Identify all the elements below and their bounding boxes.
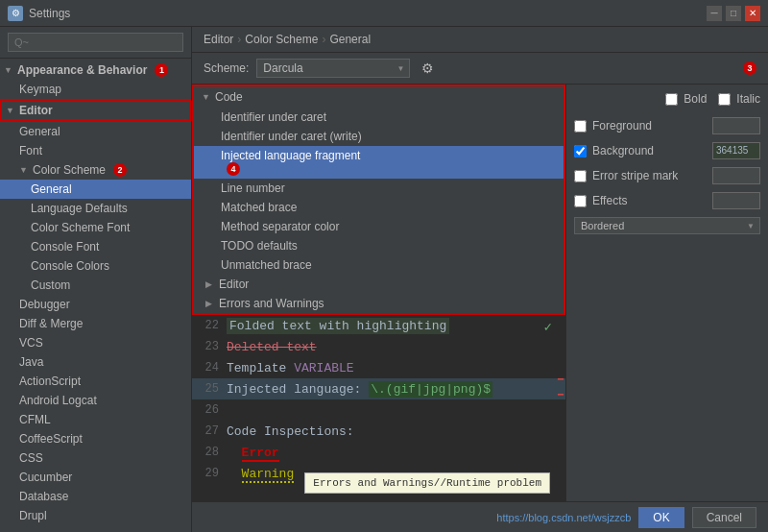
annotation-4: 4 — [227, 162, 240, 176]
line-num-23: 23 — [192, 340, 219, 353]
sidebar-item-debugger[interactable]: Debugger — [0, 295, 191, 314]
sidebar-item-android-logcat[interactable]: Android Logcat — [0, 391, 191, 410]
background-color-swatch[interactable]: 364135 — [712, 142, 760, 159]
sidebar-item-console-font[interactable]: Console Font — [0, 237, 191, 256]
foreground-row: Foreground — [574, 117, 760, 134]
tree-section-errors[interactable]: Errors and Warnings — [194, 294, 564, 313]
tree-item-injected-language[interactable]: Injected language fragment 4 — [194, 146, 564, 179]
background-checkbox[interactable] — [574, 145, 587, 157]
error-indicator: ━━ — [558, 373, 564, 403]
sidebar-item-color-scheme-general[interactable]: General — [0, 180, 191, 199]
injected-text: \.(gif|jpg|png)$ — [369, 381, 492, 398]
sidebar-item-database[interactable]: Database — [0, 487, 191, 506]
breadcrumb-sep-1: › — [237, 33, 241, 46]
sidebar-item-console-colors[interactable]: Console Colors — [0, 256, 191, 276]
ok-button[interactable]: OK — [638, 507, 684, 528]
line-num-27: 27 — [192, 424, 219, 438]
tree-section-editor[interactable]: Editor — [194, 275, 564, 294]
sidebar-item-diff-merge[interactable]: Diff & Merge — [0, 314, 191, 333]
sidebar-item-coffeescript[interactable]: CoffeeScript — [0, 429, 191, 448]
split-pane: Code Identifier under caret Identifier u… — [192, 85, 768, 501]
tree-section-code[interactable]: Code — [194, 86, 564, 108]
bold-italic-row: Bold Italic — [574, 92, 760, 106]
variable-text: VARIABLE — [294, 361, 353, 375]
tooltip-text: Errors and Warnings//Runtime problem — [313, 477, 541, 489]
tree-item-matched-brace[interactable]: Matched brace — [194, 198, 564, 217]
tree-item-identifier-caret-write[interactable]: Identifier under caret (write) — [194, 127, 564, 146]
code-line-27: 27 Code Inspections: — [192, 421, 565, 442]
error-text: Error — [242, 446, 279, 462]
cancel-button[interactable]: Cancel — [692, 507, 756, 528]
sidebar-item-vcs[interactable]: VCS — [0, 333, 191, 352]
search-input[interactable] — [8, 33, 183, 52]
line-content-23: Deleted text — [227, 340, 558, 354]
code-line-23: 23 Deleted text — [192, 336, 565, 357]
sidebar-item-editor[interactable]: Editor — [0, 99, 191, 122]
effects-select-wrap: Bordered Underscored Bold underscored Do… — [574, 217, 760, 234]
code-tree: Code Identifier under caret Identifier u… — [192, 85, 565, 315]
sidebar-item-general[interactable]: General — [0, 122, 191, 141]
sidebar-item-actionscript[interactable]: ActionScript — [0, 372, 191, 391]
sidebar-item-cucumber[interactable]: Cucumber — [0, 468, 191, 487]
line-num-28: 28 — [192, 446, 219, 459]
minimize-button[interactable]: ─ — [707, 6, 722, 21]
error-stripe-checkbox[interactable] — [574, 170, 587, 182]
tree-item-unmatched-brace[interactable]: Unmatched brace — [194, 255, 564, 275]
code-line-28: 28 Error — [192, 442, 565, 463]
effects-select[interactable]: Bordered Underscored Bold underscored Do… — [574, 217, 760, 234]
breadcrumb-part-3: General — [329, 33, 371, 46]
error-stripe-label: Error stripe mark — [592, 169, 678, 182]
close-button[interactable]: ✕ — [745, 6, 760, 21]
window-controls[interactable]: ─ □ ✕ — [707, 6, 760, 21]
background-color-value: 364135 — [713, 144, 751, 157]
scheme-select[interactable]: Darcula Default High Contrast — [256, 59, 410, 78]
italic-checkbox[interactable] — [718, 93, 731, 106]
annotation-1: 1 — [155, 63, 168, 77]
expand-icon-colorscheme — [19, 165, 29, 175]
sidebar-item-font[interactable]: Font — [0, 141, 191, 160]
left-panel: Code Identifier under caret Identifier u… — [192, 85, 566, 501]
effects-checkbox[interactable] — [574, 195, 587, 207]
editor-expand-icon — [205, 279, 215, 289]
warning-text: Warning — [242, 467, 295, 483]
deleted-text: Deleted text — [227, 340, 317, 354]
effects-label: Effects — [592, 194, 627, 207]
line-content-28: Error — [227, 446, 558, 460]
code-line-26: 26 — [192, 399, 565, 421]
error-stripe-color-swatch[interactable] — [712, 167, 760, 184]
breadcrumb: Editor › Color Scheme › General — [192, 27, 768, 53]
maximize-button[interactable]: □ — [726, 6, 741, 21]
title-bar: ⚙ Settings ─ □ ✕ — [0, 0, 768, 27]
window-title: Settings — [29, 7, 70, 20]
sidebar-item-color-scheme[interactable]: Color Scheme 2 — [0, 160, 191, 180]
breadcrumb-sep-2: › — [322, 33, 325, 46]
sidebar-item-drupal[interactable]: Drupl — [0, 506, 191, 525]
code-section-label: Code — [215, 90, 243, 104]
sidebar-item-appearance-behavior[interactable]: Appearance & Behavior 1 — [0, 60, 191, 80]
tree-item-identifier-caret[interactable]: Identifier under caret — [194, 108, 564, 127]
sidebar-item-java[interactable]: Java — [0, 352, 191, 372]
line-num-26: 26 — [192, 403, 219, 417]
italic-label: Italic — [736, 92, 760, 106]
foreground-checkbox[interactable] — [574, 120, 587, 133]
preview-area: ✓ ━━ 22 Folded text with highlighting 23 — [192, 315, 565, 501]
foreground-color-swatch[interactable] — [712, 117, 760, 134]
tree-item-line-number[interactable]: Line number — [194, 179, 564, 198]
sidebar-item-language-defaults[interactable]: Language Defaults — [0, 199, 191, 218]
ok-indicator: ✓ — [544, 319, 552, 335]
bottom-link[interactable]: https://blog.csdn.net/wsjzzcb — [496, 512, 631, 523]
sidebar-item-css[interactable]: CSS — [0, 448, 191, 468]
scheme-label: Scheme: — [204, 61, 249, 75]
line-num-24: 24 — [192, 361, 219, 375]
gear-button[interactable]: ⚙ — [418, 59, 438, 78]
tree-item-todo-defaults[interactable]: TODO defaults — [194, 236, 564, 255]
background-row: Background 364135 — [574, 142, 760, 159]
bold-checkbox[interactable] — [665, 93, 678, 106]
tree-item-method-separator[interactable]: Method separator color — [194, 217, 564, 236]
sidebar-item-keymap[interactable]: Keymap — [0, 80, 191, 99]
sidebar-item-color-scheme-font[interactable]: Color Scheme Font — [0, 218, 191, 237]
sidebar-item-custom[interactable]: Custom — [0, 276, 191, 295]
effects-color-swatch[interactable] — [712, 192, 760, 209]
sidebar-item-cfml[interactable]: CFML — [0, 410, 191, 429]
bold-label: Bold — [684, 92, 707, 106]
